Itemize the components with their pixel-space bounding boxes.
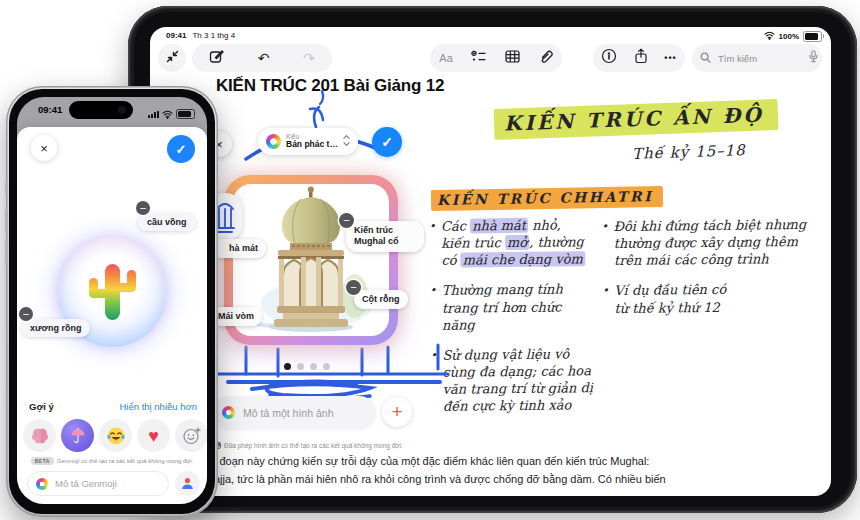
- bullet-dot: •: [601, 218, 614, 270]
- search-icon: [700, 49, 711, 67]
- action-button[interactable]: [5, 182, 8, 194]
- ipad-status-bar: 09:41 Th 3 1 thg 4: [166, 31, 235, 40]
- pager-dot[interactable]: [323, 363, 330, 370]
- image-prompt-field[interactable]: [212, 396, 376, 429]
- umbrella-genmoji-chip[interactable]: [61, 419, 94, 452]
- handwritten-bullet: •Sử dụng vật liệu vô cùng đa dạng; các h…: [430, 345, 595, 415]
- battery-percent: 100%: [779, 32, 799, 41]
- joy-emoji-chip[interactable]: [99, 419, 132, 452]
- rainbow-cactus-genmoji: [83, 258, 141, 326]
- ipad-device: 09:41 Th 3 1 thg 4 100% ↶: [128, 6, 857, 513]
- remove-tag-cactus-button[interactable]: −: [19, 307, 33, 321]
- handwritten-bullet: •Ví dụ đầu tiên có từ thế kỷ thứ 12: [602, 280, 807, 316]
- notes-column-left: •Các nhà mát nhỏ, kiến trúc mở, thường c…: [429, 216, 595, 428]
- handwritten-heading: KIẾN TRÚC ẤN ĐỘ: [494, 102, 778, 136]
- beta-badge: BETA: [31, 457, 54, 465]
- remove-tag-rainbow-button[interactable]: −: [136, 201, 150, 215]
- image-prompt-input[interactable]: [241, 406, 355, 420]
- image-pager-dots[interactable]: [284, 363, 330, 370]
- wifi-icon: [162, 105, 173, 123]
- ipad-notes-app: 09:41 Th 3 1 thg 4 100% ↶: [150, 27, 831, 496]
- volume-up-button[interactable]: [5, 208, 8, 233]
- volume-down-button[interactable]: [5, 239, 8, 264]
- battery-icon: [803, 31, 822, 42]
- attachment-icon[interactable]: [539, 49, 553, 68]
- remove-tag-mughal-button[interactable]: −: [339, 213, 354, 228]
- collapse-button[interactable]: [158, 44, 186, 72]
- signal-icon: [148, 110, 159, 118]
- mic-icon[interactable]: [809, 49, 818, 67]
- style-value: Bản phác t…: [286, 140, 338, 149]
- suggestions-label: Gợi ý: [29, 401, 54, 412]
- dynamic-island: [69, 101, 133, 119]
- pager-dot[interactable]: [310, 363, 317, 370]
- avatar-person-button[interactable]: [175, 471, 200, 496]
- ipad-clock: 09:41: [166, 31, 186, 40]
- handwritten-subheading: Thế kỷ 15–18: [632, 141, 746, 163]
- genmoji-screen: 09:41 × ✓: [17, 97, 207, 504]
- iphone-status-icons: [148, 105, 195, 123]
- pager-dot[interactable]: [297, 363, 304, 370]
- compose-button[interactable]: [209, 49, 224, 68]
- handwritten-section-heading: KIẾN TRÚC CHHATRI: [431, 188, 663, 208]
- apple-intelligence-icon: [222, 406, 235, 419]
- show-more-link[interactable]: Hiển thị nhiều hơn: [119, 401, 197, 412]
- iphone-clock: 09:41: [38, 104, 62, 115]
- search-field[interactable]: [692, 44, 822, 72]
- note-title: KIẾN TRÚC 201 Bài Giảng 12: [216, 76, 444, 96]
- ipad-date: Th 3 1 thg 4: [192, 31, 235, 40]
- checklist-button[interactable]: [471, 49, 486, 67]
- suggestion-chips: ♥: [23, 419, 207, 452]
- chevron-up-down-icon: [343, 133, 350, 151]
- battery-icon: [176, 109, 195, 120]
- tag-mughal: − Kiến trúc Mughal cổ: [346, 221, 424, 252]
- share-icon[interactable]: [634, 48, 648, 68]
- tag-cot-rong: − Cột rỗng: [354, 290, 408, 309]
- style-picker[interactable]: Kiểu Bản phác t…: [258, 128, 358, 155]
- wand-confirm-button[interactable]: ✓: [372, 127, 402, 157]
- brain-emoji-chip[interactable]: [23, 419, 56, 452]
- tag-rainbow: − cầu vồng: [138, 210, 196, 231]
- bullet-dot: •: [430, 347, 443, 416]
- note-body-line-2: ajja, tức là phần mái hiên nhô ra khỏi c…: [214, 473, 814, 485]
- markup-toolbar: •••: [593, 44, 685, 72]
- wand-disclaimer: Đũa phép hình ảnh có thể tạo ra các kết …: [214, 442, 403, 449]
- table-button[interactable]: [505, 49, 520, 67]
- edit-toolbar: ↶ ↷: [192, 44, 332, 72]
- notes-column-right: •Đôi khi đứng tách biệt nhưng thường đượ…: [601, 216, 807, 330]
- undo-button[interactable]: ↶: [258, 51, 270, 65]
- desktop-canvas: 09:41 Th 3 1 thg 4 100% ↶: [0, 0, 860, 520]
- search-input[interactable]: [716, 52, 804, 65]
- handwritten-bullet: •Thường mang tính trang trí hơn chức năn…: [430, 281, 595, 334]
- genmoji-prompt-input[interactable]: [53, 477, 157, 490]
- create-emoji-chip[interactable]: [175, 419, 207, 452]
- note-body-line-1: i đoạn này chứng kiến sự trỗi dậy của mộ…: [214, 455, 814, 467]
- heart-emoji-chip[interactable]: ♥: [137, 419, 170, 452]
- style-rainbow-icon: [266, 134, 281, 149]
- bullet-dot: •: [429, 218, 442, 270]
- genmoji-prompt-field[interactable]: [27, 471, 169, 496]
- redo-button[interactable]: ↷: [303, 51, 315, 65]
- handwritten-bullet: •Đôi khi đứng tách biệt nhưng thường đượ…: [601, 216, 807, 270]
- wifi-icon: [764, 31, 775, 42]
- collapse-icon: [166, 49, 179, 67]
- handwritten-bullet: •Các nhà mát nhỏ, kiến trúc mở, thường c…: [429, 216, 594, 269]
- iphone-device: 09:41 × ✓: [6, 86, 218, 517]
- bullet-dot: •: [602, 282, 614, 316]
- format-toolbar: Aa: [430, 44, 562, 72]
- tag-cactus: − xương rồng: [21, 315, 90, 337]
- genmoji-confirm-button[interactable]: ✓: [167, 135, 195, 163]
- bullet-dot: •: [430, 282, 443, 334]
- ipad-status-icons: 100%: [764, 31, 822, 42]
- genmoji-sheet: × ✓: [17, 127, 207, 504]
- markup-pencil-icon[interactable]: [601, 48, 617, 68]
- genmoji-close-button[interactable]: ×: [31, 135, 57, 161]
- pager-dot-active[interactable]: [284, 363, 291, 370]
- add-image-button[interactable]: +: [382, 397, 412, 427]
- apple-intelligence-icon: [36, 478, 48, 490]
- remove-tag-cot-rong-button[interactable]: −: [346, 280, 361, 295]
- more-button[interactable]: •••: [664, 53, 676, 63]
- text-format-button[interactable]: Aa: [439, 52, 452, 64]
- beta-disclaimer: BETA Genmoji có thể tạo ra các kết quả k…: [17, 457, 207, 465]
